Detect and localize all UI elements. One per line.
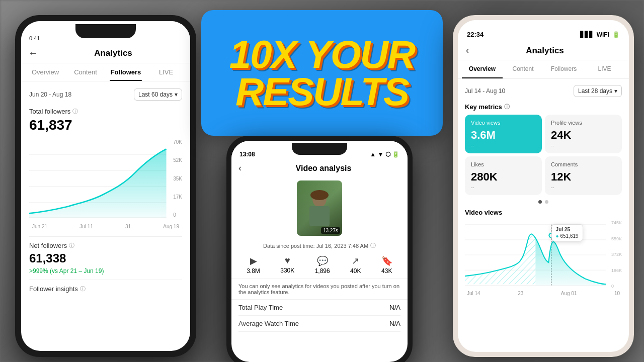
info-icon-right: ⓘ [504, 103, 510, 111]
comment-icon: 💬 [317, 255, 328, 266]
person-svg [304, 188, 335, 228]
stat-plays: ▶ 3.8M [247, 255, 260, 275]
metric-card-profile-views: Profile views 24K -- [545, 115, 622, 153]
stats-row: ▶ 3.8M ♥ 330K 💬 1,896 ↗ 40K 🔖 43K [231, 251, 408, 279]
stat-saves-val: 43K [381, 267, 392, 275]
metric-avg-watch: Average Watch Time N/A [238, 316, 400, 332]
center-back-icon[interactable]: ‹ [238, 163, 242, 173]
metric-avg-watch-value: N/A [389, 320, 400, 327]
chart-hatch-area [465, 234, 535, 284]
phone-center: 13:08 ▲ ▼ ⬡ 🔋 ‹ Video analysis 13.27s Da… [226, 136, 413, 362]
video-views-section: Video views [465, 209, 622, 297]
info-icon-3: ⓘ [80, 285, 86, 293]
right-date-btn[interactable]: Last 28 days ▾ [574, 85, 622, 97]
battery-icon: 🔋 [612, 31, 620, 38]
right-nav-title: Analytics [469, 46, 621, 56]
key-metrics-label: Key metrics ⓘ [465, 103, 622, 111]
metric-total-play-value: N/A [389, 304, 400, 311]
left-nav-bar: ← Analytics [21, 43, 190, 63]
info-icon-center: ⓘ [370, 242, 376, 249]
tab-followers[interactable]: Followers [106, 63, 146, 81]
chevron-down-icon-right: ▾ [614, 87, 617, 95]
metric-total-play-label: Total Play Time [238, 304, 283, 311]
right-tab-overview[interactable]: Overview [462, 60, 503, 78]
comments-sub: -- [551, 185, 616, 190]
right-status-icons: ▋▋▋ WiFi 🔋 [580, 31, 620, 38]
left-notch [75, 24, 136, 38]
chart-fill [29, 149, 167, 218]
tooltip-dot-icon: ● [556, 233, 559, 239]
divider [29, 236, 182, 237]
play-icon: ▶ [250, 255, 257, 266]
right-date-btn-label: Last 28 days [578, 87, 612, 95]
right-nav-bar: ‹ Analytics [458, 41, 629, 60]
profile-views-label: Profile views [551, 120, 616, 126]
tab-content[interactable]: Content [65, 63, 106, 81]
metric-total-play: Total Play Time N/A [238, 300, 400, 316]
total-followers-num: 61,837 [29, 117, 182, 133]
likes-label: Likes [471, 161, 536, 167]
center-overlay: 10X YOURRESULTS [201, 10, 443, 136]
left-date-btn-label: Last 60 days [138, 91, 173, 98]
net-followers-pct: >999% (vs Apr 21 – Jun 19) [29, 267, 182, 275]
right-chart-svg [465, 219, 622, 290]
stat-comments: 💬 1,896 [315, 255, 330, 275]
stat-saves: 🔖 43K [381, 255, 392, 275]
stat-plays-val: 3.8M [247, 267, 260, 275]
tooltip-date: Jul 25 [556, 227, 579, 232]
chart-tooltip: Jul 25 ● 651,619 [551, 224, 583, 241]
date-range-row: Jun 20 - Aug 18 Last 60 days ▾ [29, 88, 182, 101]
comments-label: Comments [551, 161, 616, 167]
chevron-down-icon: ▾ [175, 91, 178, 98]
back-icon[interactable]: ← [28, 47, 38, 59]
right-tab-content[interactable]: Content [503, 60, 543, 78]
center-status-time: 13:08 [239, 151, 255, 158]
net-followers-label: Net followers ⓘ [29, 242, 182, 249]
right-status-time: 22:34 [467, 31, 484, 38]
net-followers-num: 61,338 [29, 251, 182, 265]
video-views-label: Video views [471, 120, 536, 126]
right-status-bar: 22:34 ▋▋▋ WiFi 🔋 [458, 20, 629, 41]
right-tab-live[interactable]: LIVE [584, 60, 625, 78]
video-views-value: 3.6M [471, 129, 536, 142]
share-icon: ↗ [352, 255, 359, 266]
tab-live[interactable]: LIVE [146, 63, 186, 81]
left-nav-title: Analytics [43, 48, 183, 58]
video-duration: 13.27s [321, 227, 340, 234]
followers-chart: 70K52K35K17K0 [29, 138, 182, 219]
right-date-row: Jul 14 - Aug 10 Last 28 days ▾ [465, 85, 622, 97]
left-screen: 0:41 ← Analytics Overview Content Follow… [21, 21, 190, 351]
left-content: Jun 20 - Aug 18 Last 60 days ▾ Total fol… [21, 81, 190, 300]
video-views-sub: -- [471, 143, 536, 148]
stat-likes: ♥ 330K [280, 255, 294, 275]
stat-shares: ↗ 40K [350, 255, 361, 275]
likes-value: 280K [471, 170, 536, 184]
profile-views-sub: -- [551, 143, 616, 148]
overlay-headline: 10X YOURRESULTS [229, 36, 415, 110]
right-date-range: Jul 14 - Aug 10 [465, 87, 505, 95]
stat-comments-val: 1,896 [315, 267, 330, 275]
analytics-note: You can only see analytics for videos yo… [231, 279, 408, 300]
metric-card-likes: Likes 280K -- [465, 156, 542, 195]
video-views-chart-title: Video views [465, 209, 622, 216]
profile-views-value: 24K [551, 129, 616, 142]
metric-card-comments: Comments 12K -- [545, 156, 622, 195]
video-thumbnail[interactable]: 13.27s [297, 180, 342, 236]
save-icon: 🔖 [381, 255, 392, 266]
signal-icon: ▋▋▋ [580, 31, 594, 38]
right-tab-followers[interactable]: Followers [543, 60, 584, 78]
pagination-dots [465, 200, 622, 204]
comments-value: 12K [551, 170, 616, 184]
tab-overview[interactable]: Overview [25, 63, 65, 81]
total-followers-label: Total followers ⓘ [29, 108, 182, 115]
left-status-time: 0:41 [29, 35, 40, 41]
metric-card-video-views: Video views 3.6M -- [465, 115, 542, 153]
heart-icon: ♥ [285, 255, 290, 266]
left-date-btn[interactable]: Last 60 days ▾ [134, 88, 182, 101]
right-chart-y-labels: 745K559K372K186K0 [611, 219, 622, 290]
info-icon: ⓘ [72, 108, 78, 115]
dot-2 [545, 200, 548, 204]
svg-rect-6 [309, 206, 330, 226]
chart-fill-right [535, 238, 606, 286]
svg-point-7 [310, 190, 329, 200]
